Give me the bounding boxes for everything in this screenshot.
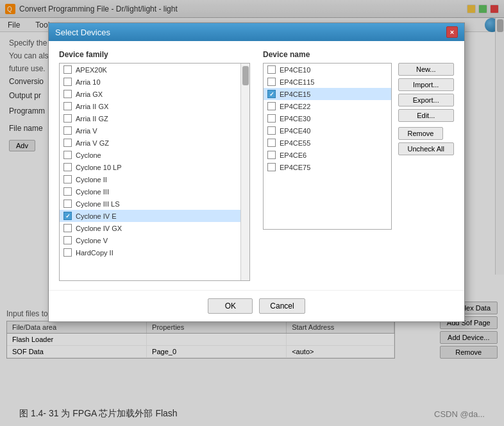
name-list-item[interactable]: EP4CE115 <box>264 76 391 88</box>
family-list-item[interactable]: Arria II GZ <box>60 112 249 124</box>
family-list-item[interactable]: Arria 10 <box>60 76 249 88</box>
name-item-label: EP4CE30 <box>280 115 310 123</box>
family-checkbox[interactable] <box>63 224 72 232</box>
family-list-item[interactable]: Arria II GX <box>60 100 249 112</box>
name-item-label: EP4CE40 <box>280 127 310 135</box>
uncheck-all-button[interactable]: Uncheck All <box>398 142 454 155</box>
name-list[interactable]: EP4CE10EP4CE115✓EP4CE15EP4CE22EP4CE30EP4… <box>263 63 392 230</box>
family-list-item[interactable]: Arria GX <box>60 88 249 100</box>
family-list-item[interactable]: Cyclone 10 LP <box>60 161 249 173</box>
export-button[interactable]: Export... <box>398 94 454 106</box>
dialog-footer: OK Cancel <box>49 290 464 321</box>
family-item-label: Arria II GZ <box>76 115 108 123</box>
dialog-title: Select Devices <box>55 28 110 37</box>
name-label: Device name <box>263 50 454 59</box>
device-name-column: Device name EP4CE10EP4CE115✓EP4CE15EP4CE… <box>263 50 454 281</box>
family-item-label: Cyclone IV E <box>76 212 117 220</box>
family-checkbox[interactable] <box>63 139 72 147</box>
family-checkbox[interactable] <box>63 126 72 135</box>
name-list-area: EP4CE10EP4CE115✓EP4CE15EP4CE22EP4CE30EP4… <box>263 63 392 230</box>
dialog-close-button[interactable]: × <box>446 26 458 38</box>
family-item-label: Cyclone II <box>76 176 107 183</box>
family-checkbox[interactable] <box>63 248 72 257</box>
family-scrollbar[interactable] <box>240 64 249 280</box>
family-item-label: Arria V GZ <box>76 139 109 147</box>
name-item-label: EP4CE22 <box>280 103 310 110</box>
family-checkbox[interactable] <box>63 78 72 86</box>
dialog-columns: Device family APEX20KArria 10Arria GXArr… <box>59 50 454 281</box>
family-list-item[interactable]: HardCopy II <box>60 246 249 259</box>
name-list-item[interactable]: EP4CE55 <box>264 137 391 149</box>
family-checkbox[interactable] <box>63 187 72 196</box>
family-checkbox[interactable] <box>63 151 72 159</box>
ok-button[interactable]: OK <box>208 298 253 314</box>
family-item-label: Cyclone 10 LP <box>76 164 122 171</box>
family-checkbox[interactable] <box>63 175 72 183</box>
family-checkbox[interactable] <box>63 114 72 123</box>
select-devices-dialog: Select Devices × Device family APEX20KAr… <box>48 22 465 322</box>
family-list-item[interactable]: Cyclone III <box>60 185 249 198</box>
family-scrollbar-thumb[interactable] <box>242 66 249 85</box>
family-label: Device family <box>59 50 250 59</box>
name-item-label: EP4CE55 <box>280 139 310 147</box>
name-item-label: EP4CE10 <box>280 66 310 74</box>
name-list-item[interactable]: EP4CE6 <box>264 149 391 161</box>
name-checkbox[interactable] <box>267 102 276 110</box>
family-list-item[interactable]: Cyclone <box>60 149 249 161</box>
family-item-label: Arria GX <box>76 90 103 98</box>
family-checkbox[interactable] <box>63 65 72 74</box>
name-list-item[interactable]: EP4CE40 <box>264 124 391 137</box>
edit-button[interactable]: Edit... <box>398 109 454 122</box>
name-checkbox[interactable] <box>267 114 276 123</box>
name-list-item[interactable]: ✓EP4CE15 <box>264 88 391 100</box>
device-family-column: Device family APEX20KArria 10Arria GXArr… <box>59 50 250 281</box>
cancel-button[interactable]: Cancel <box>259 298 305 314</box>
family-list-item[interactable]: ✓Cyclone IV E <box>60 210 249 222</box>
family-list-item[interactable]: APEX20K <box>60 64 249 76</box>
name-item-label: EP4CE115 <box>280 78 314 86</box>
family-checkbox[interactable] <box>63 90 72 98</box>
family-item-label: Cyclone III LS <box>76 200 119 208</box>
name-checkbox[interactable] <box>267 78 276 86</box>
name-item-label: EP4CE15 <box>280 90 310 98</box>
family-item-label: Arria 10 <box>76 78 101 86</box>
family-checkbox[interactable] <box>63 236 72 244</box>
family-list-item[interactable]: Arria V <box>60 124 249 137</box>
family-checkbox[interactable] <box>63 163 72 171</box>
name-item-label: EP4CE6 <box>280 151 307 159</box>
dialog-titlebar: Select Devices × <box>49 23 464 41</box>
family-checkbox[interactable]: ✓ <box>63 212 72 220</box>
remove-dialog-button[interactable]: Remove <box>398 127 444 140</box>
family-item-label: Cyclone III <box>76 188 109 196</box>
family-list-item[interactable]: Cyclone IV GX <box>60 222 249 234</box>
family-item-label: Arria II GX <box>76 103 108 110</box>
name-list-item[interactable]: EP4CE30 <box>264 112 391 124</box>
family-list-item[interactable]: Cyclone III LS <box>60 198 249 210</box>
new-button[interactable]: New... <box>398 63 454 76</box>
family-item-label: HardCopy II <box>76 249 113 257</box>
remove-uncheck-row: Remove <box>398 127 454 140</box>
import-button[interactable]: Import... <box>398 78 454 91</box>
name-checkbox[interactable] <box>267 65 276 74</box>
name-checkbox[interactable] <box>267 126 276 135</box>
family-list-item[interactable]: Cyclone II <box>60 173 249 185</box>
name-list-item[interactable]: EP4CE22 <box>264 100 391 112</box>
dialog-body: Device family APEX20KArria 10Arria GXArr… <box>49 41 464 290</box>
name-item-label: EP4CE75 <box>280 164 310 171</box>
family-list-item[interactable]: Arria V GZ <box>60 137 249 149</box>
name-list-item[interactable]: EP4CE75 <box>264 161 391 173</box>
family-item-label: Cyclone V <box>76 237 108 244</box>
family-list-item[interactable]: Cyclone V <box>60 234 249 246</box>
family-item-label: Cyclone <box>76 151 101 159</box>
family-item-label: Arria V <box>76 127 97 135</box>
family-checkbox[interactable] <box>63 200 72 208</box>
family-list[interactable]: APEX20KArria 10Arria GXArria II GXArria … <box>59 63 250 281</box>
right-buttons: New... Import... Export... Edit... Remov… <box>398 63 454 230</box>
family-checkbox[interactable] <box>63 102 72 110</box>
name-checkbox[interactable] <box>267 163 276 171</box>
name-checkbox[interactable]: ✓ <box>267 90 276 98</box>
name-checkbox[interactable] <box>267 139 276 147</box>
name-list-item[interactable]: EP4CE10 <box>264 64 391 76</box>
name-checkbox[interactable] <box>267 151 276 159</box>
family-item-label: Cyclone IV GX <box>76 225 122 232</box>
